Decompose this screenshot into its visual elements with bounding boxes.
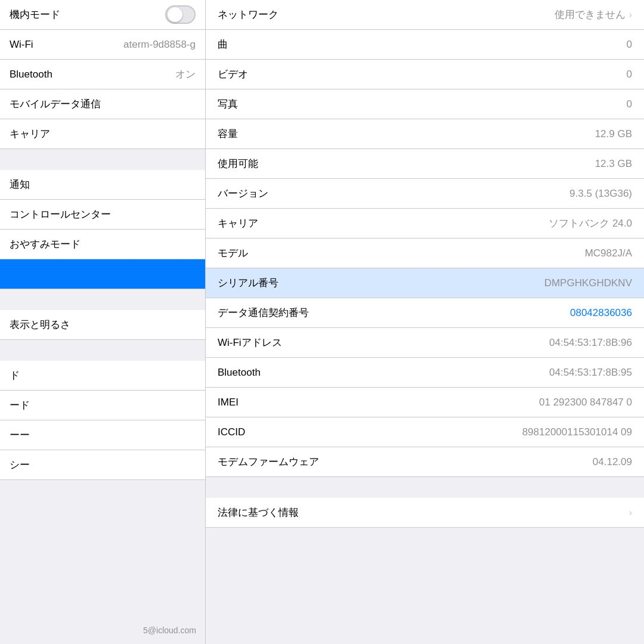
network-chevron-icon: ›: [629, 10, 632, 20]
section-gap-3: [0, 340, 205, 361]
detail-row-serial: シリアル番号 DMPGHKGHDKNV: [206, 268, 644, 298]
version-label: バージョン: [218, 187, 268, 200]
settings-item-shi[interactable]: シー: [0, 450, 205, 480]
detail-row-carrier: キャリア ソフトバンク 24.0: [206, 209, 644, 239]
detail-row-modem: モデムファームウェア 04.12.09: [206, 447, 644, 477]
shi-label: シー: [10, 458, 30, 472]
detail-row-bluetooth-address: Bluetooth 04:54:53:17:8B:95: [206, 358, 644, 388]
wifi-label: Wi-Fi: [10, 39, 33, 51]
detail-row-legal[interactable]: 法律に基づく情報 ›: [206, 498, 644, 528]
wifi-address-value: 04:54:53:17:8B:96: [549, 337, 632, 349]
photos-value: 0: [627, 98, 632, 110]
detail-row-imei: IMEI 01 292300 847847 0: [206, 388, 644, 417]
wifi-value: aterm-9d8858-g: [123, 39, 196, 51]
bluetooth-value: オン: [175, 67, 196, 81]
settings-item-control-center[interactable]: コントロールセンター: [0, 200, 205, 230]
detail-row-network[interactable]: ネットワーク 使用できません ›: [206, 0, 644, 30]
settings-item-notifications[interactable]: 通知: [0, 170, 205, 200]
do-not-disturb-label: おやすみモード: [10, 237, 80, 251]
detail-row-iccid: ICCID 89812000115301014 09: [206, 417, 644, 447]
bottom-email: 5@icloud.com: [0, 626, 206, 635]
notifications-label: 通知: [10, 178, 30, 191]
settings-item-bluetooth[interactable]: Bluetooth オン: [0, 60, 205, 89]
available-value: 12.3 GB: [595, 158, 632, 170]
carrier-detail-label: キャリア: [218, 216, 258, 230]
d1-label: ド: [10, 369, 20, 382]
bluetooth-label: Bluetooth: [10, 69, 52, 80]
settings-item-d2[interactable]: ード: [0, 391, 205, 420]
serial-label: シリアル番号: [218, 276, 278, 290]
detail-row-songs: 曲 0: [206, 30, 644, 60]
airplane-mode-label: 機内モード: [10, 8, 60, 21]
d2-label: ード: [10, 398, 30, 412]
model-label: モデル: [218, 246, 248, 260]
songs-value: 0: [627, 39, 632, 51]
left-panel: 機内モード Wi-Fi aterm-9d8858-g Bluetooth オン …: [0, 0, 206, 644]
photos-label: 写真: [218, 97, 238, 111]
section-gap-1: [0, 149, 205, 170]
songs-label: 曲: [218, 38, 228, 51]
settings-item-airplane[interactable]: 機内モード: [0, 0, 205, 30]
network-value: 使用できません: [555, 8, 626, 21]
wifi-address-label: Wi-Fiアドレス: [218, 336, 282, 349]
settings-item-do-not-disturb[interactable]: おやすみモード: [0, 230, 205, 259]
settings-item-d1[interactable]: ド: [0, 361, 205, 391]
bluetooth-address-label: Bluetooth: [218, 367, 261, 379]
iccid-label: ICCID: [218, 426, 245, 438]
video-value: 0: [627, 69, 632, 80]
d3-label: ーー: [10, 428, 30, 442]
network-label: ネットワーク: [218, 8, 278, 21]
settings-item-highlighted[interactable]: [0, 259, 205, 289]
settings-item-d3[interactable]: ーー: [0, 420, 205, 450]
section-gap-right: [206, 477, 644, 498]
model-value: MC982J/A: [585, 247, 632, 259]
settings-item-carrier[interactable]: キャリア: [0, 119, 205, 149]
capacity-label: 容量: [218, 127, 238, 141]
carrier-label: キャリア: [10, 127, 50, 141]
detail-row-wifi-address: Wi-Fiアドレス 04:54:53:17:8B:96: [206, 328, 644, 358]
detail-row-available: 使用可能 12.3 GB: [206, 149, 644, 179]
detail-row-model: モデル MC982J/A: [206, 239, 644, 268]
imei-label: IMEI: [218, 397, 239, 408]
imei-value: 01 292300 847847 0: [539, 397, 632, 408]
settings-item-display[interactable]: 表示と明るさ: [0, 310, 205, 340]
toggle-knob: [168, 7, 182, 22]
iccid-value: 89812000115301014 09: [522, 426, 632, 438]
data-number-value: 08042836036: [570, 307, 632, 319]
detail-row-data-number: データ通信契約番号 08042836036: [206, 298, 644, 328]
settings-item-wifi[interactable]: Wi-Fi aterm-9d8858-g: [0, 30, 205, 60]
bluetooth-address-value: 04:54:53:17:8B:95: [549, 367, 632, 379]
detail-row-photos: 写真 0: [206, 89, 644, 119]
mobile-data-label: モバイルデータ通信: [10, 97, 101, 111]
available-label: 使用可能: [218, 157, 258, 171]
section-gap-2: [0, 289, 205, 310]
airplane-toggle[interactable]: [165, 5, 196, 24]
detail-row-capacity: 容量 12.9 GB: [206, 119, 644, 149]
control-center-label: コントロールセンター: [10, 208, 111, 221]
right-panel: ネットワーク 使用できません › 曲 0 ビデオ 0 写真 0 容量 12.9 …: [206, 0, 644, 644]
legal-label: 法律に基づく情報: [218, 506, 299, 519]
capacity-value: 12.9 GB: [595, 128, 632, 140]
data-number-label: データ通信契約番号: [218, 306, 309, 320]
detail-row-version: バージョン 9.3.5 (13G36): [206, 179, 644, 209]
screen: 機内モード Wi-Fi aterm-9d8858-g Bluetooth オン …: [0, 0, 644, 644]
version-value: 9.3.5 (13G36): [569, 188, 632, 200]
serial-value: DMPGHKGHDKNV: [544, 277, 632, 289]
modem-label: モデムファームウェア: [218, 455, 319, 469]
carrier-detail-value: ソフトバンク 24.0: [549, 216, 632, 230]
legal-chevron-icon: ›: [629, 507, 632, 518]
settings-item-mobile-data[interactable]: モバイルデータ通信: [0, 89, 205, 119]
detail-row-video: ビデオ 0: [206, 60, 644, 89]
display-label: 表示と明るさ: [10, 318, 70, 332]
video-label: ビデオ: [218, 67, 248, 81]
modem-value: 04.12.09: [593, 456, 632, 468]
